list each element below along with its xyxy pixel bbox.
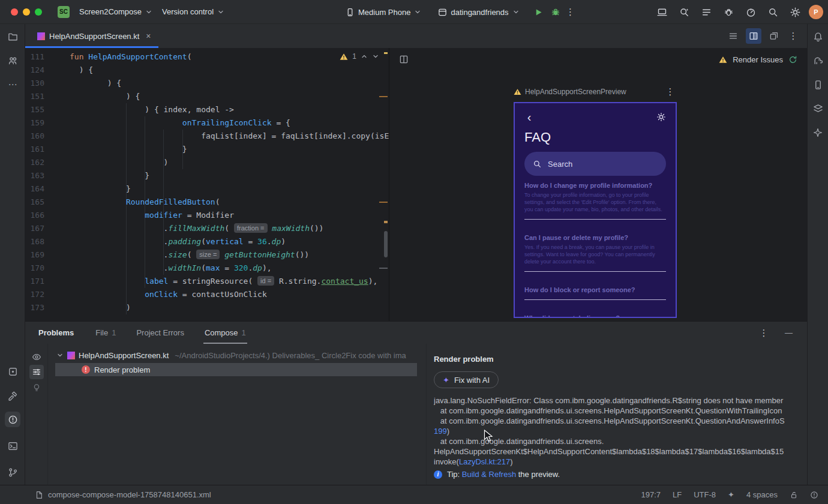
indent-setting[interactable]: 4 spaces [746,490,778,499]
faq-question[interactable]: How do I block or report someone? [524,286,666,293]
right-tool-strip [807,24,828,485]
panel-options-icon[interactable]: ⋮ [757,328,770,338]
git-branch-icon[interactable] [5,464,20,480]
tab-project-errors[interactable]: Project Errors [136,322,184,344]
tab-compose[interactable]: Compose1 [205,322,246,344]
preview-layout-icon[interactable] [399,55,409,64]
avatar[interactable]: P [809,5,823,19]
code-line[interactable]: 168 .padding(vertical = 36.dp) [25,235,389,248]
inspections-widget[interactable]: 1 [340,52,379,61]
run-configuration-selector[interactable]: datingandfriends [438,8,519,17]
render-issues-label[interactable]: Render Issues [733,55,783,64]
close-window-icon[interactable] [11,8,18,16]
code-line[interactable]: 124 ) { [25,64,389,77]
profiler-bug-icon[interactable] [720,4,737,20]
stack-link[interactable]: LazyDsl.kt:217 [459,457,510,466]
render-problem-row[interactable]: ! Render problem [55,363,417,376]
problems-tabs: File1Project ErrorsCompose1 [95,322,266,344]
more-tool-windows-icon[interactable]: ⋯ [5,77,20,92]
lock-icon[interactable] [790,491,798,499]
editor-scrollbar[interactable] [384,231,388,257]
refresh-preview-icon[interactable] [788,55,797,64]
close-tab-icon[interactable]: × [146,31,151,41]
ai-status-icon[interactable]: ✦ [728,490,734,499]
faq-search-field[interactable]: Search [524,152,666,176]
more-run-options-icon[interactable]: ⋮ [564,7,577,17]
code-line[interactable]: 161 } [25,143,389,156]
build-refresh-link[interactable]: Build & Refresh [462,470,516,479]
notifications-status-icon[interactable] [810,491,818,499]
code-line[interactable]: 162 ) [25,156,389,169]
stack-link[interactable]: 199 [434,427,447,436]
code-line[interactable]: 165 RoundedFilledButton( [25,196,389,209]
structure-people-icon[interactable] [5,53,20,68]
line-separator[interactable]: LF [673,490,682,499]
zoom-window-icon[interactable] [35,8,42,16]
tab-help-and-support-screen[interactable]: HelpAndSupportScreen.kt × [25,24,158,48]
problems-file-row[interactable]: HelpAndSupportScreen.kt ~/AndroidStudioP… [48,349,427,362]
running-devices-icon[interactable] [653,4,670,20]
code-line[interactable]: 173 ) [25,301,389,314]
gradle-icon[interactable] [810,53,826,68]
search-icon[interactable] [764,4,781,20]
minimize-window-icon[interactable] [23,8,30,16]
code-line[interactable]: 163 } [25,169,389,182]
device-manager-icon[interactable] [810,77,826,92]
code-line[interactable]: 170 .widthIn(max = 320.dp), [25,262,389,275]
gemini-search-icon[interactable] [676,4,692,20]
editor-options-icon[interactable]: ⋮ [787,31,800,41]
code-line[interactable]: 164 } [25,182,389,196]
code-line[interactable]: 167 .fillMaxWidth( fraction = maxWidth()… [25,222,389,235]
code-line[interactable]: 160 faqList[index] = faqList[index].copy… [25,130,389,143]
resource-manager-icon[interactable] [810,101,826,116]
gemini-icon[interactable] [810,125,826,140]
preview-card-header[interactable]: HelpAndSupportScreenPreview ⋮ [514,86,677,97]
run-button[interactable] [530,4,547,20]
panel-title[interactable]: Problems [38,328,74,337]
file-encoding[interactable]: UTF-8 [694,490,716,499]
build-icon[interactable] [5,388,20,403]
code-line[interactable]: 130 ) { [25,77,389,90]
terminal-icon[interactable] [5,438,20,454]
tab-file[interactable]: File1 [95,322,116,344]
project-selector[interactable]: Screen2Compose [79,7,152,16]
view-options-icon[interactable] [29,365,44,379]
code-line[interactable]: 169 .size( size = getButtonHeight()) [25,248,389,262]
faq-question[interactable]: How do I change my profile information? [524,182,666,189]
preview-problems-eye-icon[interactable] [29,350,44,364]
code-line[interactable]: 151 ) { [25,90,389,103]
problems-icon[interactable] [5,412,20,427]
back-icon[interactable]: ‹ [524,111,534,123]
open-in-window-icon[interactable] [766,28,782,44]
code-line[interactable]: 155 ) { index, model -> [25,103,389,116]
settings-icon[interactable] [787,4,803,20]
phone-settings-gear-icon[interactable] [656,112,666,122]
device-selector[interactable]: Medium Phone [346,8,421,17]
notifications-bell-icon[interactable] [810,29,826,44]
caret-position[interactable]: 197:7 [641,490,661,499]
faq-question[interactable]: Can I pause or delete my profile? [524,234,666,241]
hide-panel-icon[interactable]: — [785,328,793,337]
code-editor[interactable]: 111fun HelpAndSupportContent(124 ) {130 … [25,48,389,321]
code-line[interactable]: 166 modifier = Modifier [25,209,389,222]
faq-question[interactable]: Why did my match disappear? [524,314,666,318]
next-issue-icon[interactable] [372,53,379,60]
previous-issue-icon[interactable] [361,53,368,60]
debug-button[interactable] [547,4,564,20]
code-line[interactable]: 159 onTrailingIconClick = { [25,116,389,130]
phone-preview[interactable]: ‹ FAQ Search How do I change my profile … [514,102,677,318]
code-line[interactable]: 172 onClick = contactUsOnClick [25,288,389,301]
commit-icon[interactable] [5,364,20,379]
editor-list-icon[interactable] [725,28,741,44]
code-line[interactable]: 111fun HelpAndSupportContent( [25,50,389,64]
vcs-selector[interactable]: Version control [162,7,224,16]
status-file-name[interactable]: compose-compose-model-1758748140651.xml [48,490,211,499]
quick-fix-bulb-icon[interactable] [29,380,44,395]
task-list-icon[interactable] [698,4,715,20]
preview-menu-icon[interactable]: ⋮ [664,86,677,97]
profiler-icon[interactable] [742,4,759,20]
project-folder-icon[interactable] [5,29,20,44]
split-preview-icon[interactable] [746,28,761,44]
fix-with-ai-button[interactable]: ✦ Fix with AI [434,371,499,388]
code-line[interactable]: 171 label = stringResource( id = R.strin… [25,275,389,288]
